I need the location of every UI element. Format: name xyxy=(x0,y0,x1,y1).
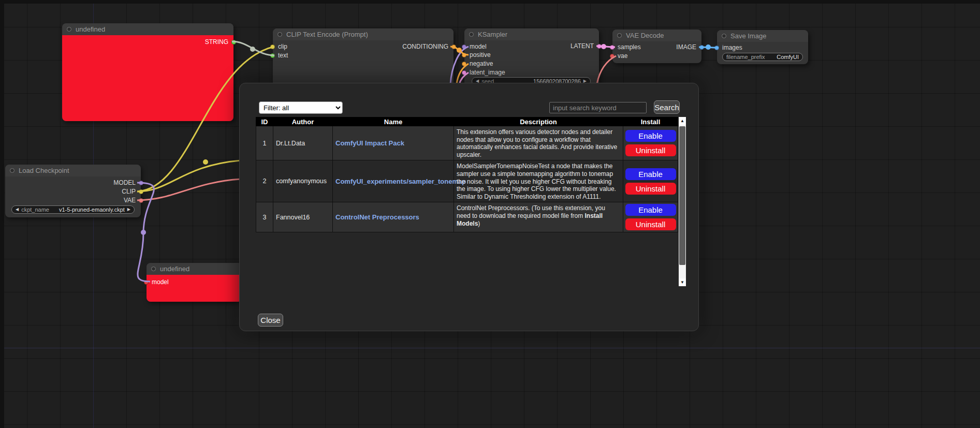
output-slot-model[interactable]: MODEL xyxy=(113,179,143,186)
scrollbar-thumb[interactable] xyxy=(679,126,685,265)
next-arrow-icon[interactable]: ▶ xyxy=(127,208,130,212)
model-output-dot[interactable] xyxy=(139,181,143,185)
clip-input-dot[interactable] xyxy=(270,45,275,49)
output-slot-clip[interactable]: CLIP xyxy=(122,188,143,195)
collapse-dot-icon[interactable] xyxy=(67,27,71,32)
collapse-dot-icon[interactable] xyxy=(722,34,726,38)
collapse-dot-icon[interactable] xyxy=(277,32,282,37)
input-slot-vae[interactable]: vae xyxy=(610,52,627,60)
widget-value[interactable]: v1-5-pruned-emaonly.ckpt xyxy=(59,206,125,213)
node-title-bar[interactable]: Save Image xyxy=(717,30,808,42)
scroll-up-icon[interactable]: ▲ xyxy=(679,117,686,125)
node-undefined-top[interactable]: undefined STRING xyxy=(62,23,233,121)
collapse-dot-icon[interactable] xyxy=(469,32,474,37)
output-label: MODEL xyxy=(113,179,136,186)
collapse-dot-icon[interactable] xyxy=(617,33,622,38)
node-clip-text-encode[interactable]: CLIP Text Encode (Prompt) clip text COND… xyxy=(273,28,454,88)
table-row: 1 Dr.Lt.Data ComfyUI Impact Pack This ex… xyxy=(256,126,678,160)
node-title-bar[interactable]: Load Checkpoint xyxy=(5,165,141,176)
row-description: This extension offers various detector n… xyxy=(454,126,623,160)
latent-output-dot[interactable] xyxy=(597,44,602,49)
uninstall-button[interactable]: Uninstall xyxy=(625,144,676,156)
string-output-dot[interactable] xyxy=(231,40,236,45)
node-undefined-bottom[interactable]: undefined model xyxy=(147,263,242,302)
canvas-edge-left xyxy=(0,0,4,428)
input-slot-clip[interactable]: clip xyxy=(270,43,287,50)
table-scrollbar[interactable]: ▲ ▼ xyxy=(679,117,686,286)
filename-prefix-widget[interactable]: filename_prefix ComfyUI xyxy=(722,53,803,61)
image-output-dot[interactable] xyxy=(699,45,704,50)
output-label: IMAGE xyxy=(676,43,696,51)
output-slot-latent[interactable]: LATENT xyxy=(571,42,602,50)
header-id: ID xyxy=(256,117,273,126)
text-input-dot[interactable] xyxy=(270,53,275,58)
filter-select[interactable]: Filter: all xyxy=(259,101,343,114)
input-label: positive xyxy=(470,51,491,58)
input-label: negative xyxy=(470,60,493,67)
header-description: Description xyxy=(454,117,623,126)
extension-link[interactable]: ComfyUI Impact Pack xyxy=(335,139,404,147)
search-input[interactable] xyxy=(549,102,647,113)
close-button[interactable]: Close xyxy=(258,314,283,327)
node-title: Load Checkpoint xyxy=(19,167,69,174)
input-slot-model[interactable]: model xyxy=(462,43,487,50)
node-title-bar[interactable]: undefined xyxy=(147,263,242,275)
widget-value[interactable]: ComfyUI xyxy=(777,54,799,60)
input-slot-positive[interactable]: positive xyxy=(462,51,491,58)
input-slot-samples[interactable]: samples xyxy=(610,43,641,51)
input-slot-model[interactable]: model xyxy=(144,278,169,286)
model-input-dot[interactable] xyxy=(462,45,466,49)
input-slot-latent-image[interactable]: latent_image xyxy=(462,69,505,76)
output-slot-vae[interactable]: VAE xyxy=(124,197,143,204)
output-slot-image[interactable]: IMAGE xyxy=(676,43,704,51)
node-body-error: model xyxy=(147,275,242,302)
node-ksampler[interactable]: KSampler model positive negative latent_… xyxy=(464,28,599,88)
prev-arrow-icon[interactable]: ◀ xyxy=(16,208,19,212)
input-label: clip xyxy=(278,43,287,50)
uninstall-button[interactable]: Uninstall xyxy=(625,218,676,230)
input-label: samples xyxy=(618,43,641,51)
description-end: ) xyxy=(478,220,480,227)
extension-link[interactable]: ComfyUI_experiments/sampler_tonemap xyxy=(335,178,466,185)
node-title-bar[interactable]: VAE Decode xyxy=(612,29,701,41)
enable-button[interactable]: Enable xyxy=(625,130,676,142)
latent-image-input-dot[interactable] xyxy=(462,70,466,75)
vae-input-dot[interactable] xyxy=(610,54,615,58)
model-input-dot[interactable] xyxy=(144,280,149,285)
extension-link[interactable]: ControlNet Preprocessors xyxy=(335,213,419,221)
collapse-dot-icon[interactable] xyxy=(151,267,156,271)
input-slot-text[interactable]: text xyxy=(270,52,288,59)
ckpt-name-widget[interactable]: ◀ ckpt_name v1-5-pruned-emaonly.ckpt ▶ xyxy=(11,205,135,214)
input-label: images xyxy=(722,44,742,51)
node-title-bar[interactable]: undefined xyxy=(62,23,233,35)
conditioning-output-dot[interactable] xyxy=(451,45,456,49)
enable-button[interactable]: Enable xyxy=(625,168,676,180)
description-text: ModelSamplerTonemapNoiseTest a node that… xyxy=(457,163,616,200)
node-load-checkpoint[interactable]: Load Checkpoint MODEL CLIP VAE ◀ ckpt_na… xyxy=(5,165,141,217)
scroll-down-icon[interactable]: ▼ xyxy=(679,278,686,286)
uninstall-button[interactable]: Uninstall xyxy=(625,183,676,195)
node-title: KSampler xyxy=(478,31,507,38)
table-row: 2 comfyanonymous ComfyUI_experiments/sam… xyxy=(256,160,678,202)
clip-output-dot[interactable] xyxy=(139,189,143,194)
node-vae-decode[interactable]: VAE Decode samples vae IMAGE xyxy=(612,29,701,63)
extension-manager-dialog: Filter: all Search ID Author Name Descri… xyxy=(239,83,699,331)
node-body-error: STRING xyxy=(62,35,233,121)
positive-input-dot[interactable] xyxy=(462,53,466,57)
output-label: STRING xyxy=(205,38,228,46)
node-title-bar[interactable]: CLIP Text Encode (Prompt) xyxy=(273,28,454,40)
images-input-dot[interactable] xyxy=(714,46,719,50)
output-slot-conditioning[interactable]: CONDITIONING xyxy=(402,43,456,50)
header-name: Name xyxy=(333,117,454,126)
input-slot-negative[interactable]: negative xyxy=(462,60,493,67)
output-slot-string[interactable]: STRING xyxy=(205,38,236,46)
node-title-bar[interactable]: KSampler xyxy=(464,28,599,40)
node-save-image[interactable]: Save Image images filename_prefix ComfyU… xyxy=(717,30,808,64)
negative-input-dot[interactable] xyxy=(462,62,466,66)
collapse-dot-icon[interactable] xyxy=(10,168,14,173)
input-slot-images[interactable]: images xyxy=(714,44,742,51)
enable-button[interactable]: Enable xyxy=(625,204,676,216)
search-button[interactable]: Search xyxy=(654,100,680,114)
samples-input-dot[interactable] xyxy=(610,45,615,50)
vae-output-dot[interactable] xyxy=(139,198,143,203)
